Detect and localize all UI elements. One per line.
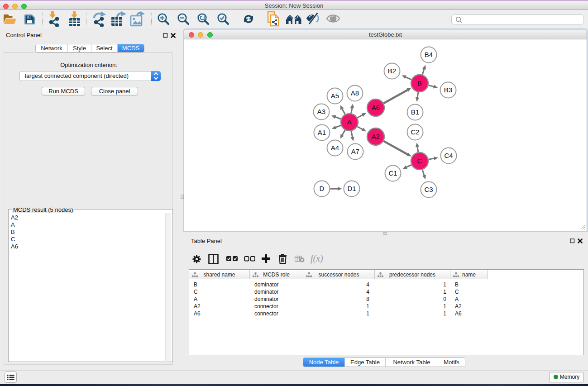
svg-text:C4: C4 (444, 152, 453, 159)
svg-text:C: C (417, 157, 422, 165)
svg-text:B: B (417, 79, 422, 87)
svg-text:D1: D1 (347, 185, 356, 192)
svg-text:A7: A7 (351, 148, 359, 155)
svg-text:B1: B1 (411, 108, 419, 116)
svg-text:A6: A6 (372, 104, 380, 111)
svg-text:C1: C1 (388, 169, 397, 177)
svg-text:A: A (347, 118, 352, 126)
svg-text:A1: A1 (318, 129, 326, 136)
svg-text:A5: A5 (331, 92, 339, 100)
svg-text:D: D (320, 185, 325, 192)
svg-text:A4: A4 (331, 144, 339, 152)
svg-text:C2: C2 (411, 128, 419, 136)
svg-text:A3: A3 (317, 108, 325, 115)
svg-text:C3: C3 (424, 186, 433, 193)
svg-text:B2: B2 (388, 67, 396, 75)
svg-text:A2: A2 (372, 133, 380, 140)
svg-text:A8: A8 (351, 89, 359, 97)
svg-text:B3: B3 (444, 86, 452, 94)
svg-text:B4: B4 (425, 51, 433, 58)
